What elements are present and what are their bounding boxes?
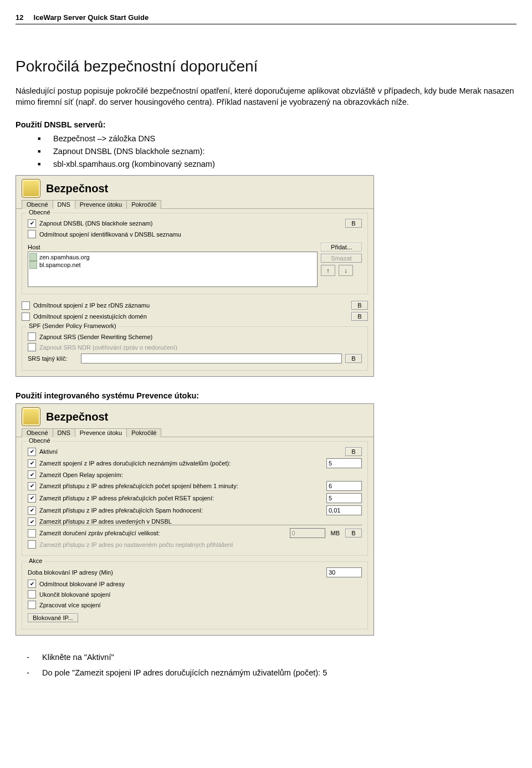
panel-titlebar: Bezpečnost xyxy=(16,176,374,199)
input-unknown-users[interactable]: 5 xyxy=(326,458,362,468)
checkbox-dnsbl[interactable] xyxy=(28,219,36,228)
group-spf: SPF (Sender Policy Framework) Zapnout SR… xyxy=(22,326,368,371)
dnsbl-list: Bezpečnost –> záložka DNS Zapnout DNSBL … xyxy=(16,132,516,171)
srs-key-label: SRS tajný klíč: xyxy=(28,355,78,362)
b-button[interactable]: B xyxy=(345,219,362,228)
group-obecne: Obecné Aktivní B Zamezit spojení z IP ad… xyxy=(22,441,368,556)
page-title: Pokročilá bezpečnostní doporučení xyxy=(16,58,516,75)
label-msg-size: Zamezit doručení zpráv překračující veli… xyxy=(39,530,287,536)
list-item[interactable]: bl.spamcop.net xyxy=(29,261,316,269)
label-nx-domain: Odmítnout spojení z neexistujících domén xyxy=(33,313,348,320)
checkbox-no-rdns[interactable] xyxy=(22,301,30,310)
list-item: sbl-xbl.spamhaus.org (kombinovaný seznam… xyxy=(38,158,516,171)
unit-mb: MB xyxy=(329,530,342,536)
tab-pokrocile[interactable]: Pokročilé xyxy=(126,428,161,437)
checkbox-spam-score[interactable] xyxy=(28,506,36,515)
host-column-header: Host xyxy=(28,244,47,250)
list-item[interactable]: zen.spamhaus.org xyxy=(29,253,316,261)
checkbox-aktivni[interactable] xyxy=(28,448,36,456)
label-multi-conn: Zpracovat více spojení xyxy=(39,602,362,608)
group-obecne: Obecné Zapnout DNSBL (DNS blackhole sezn… xyxy=(22,213,368,294)
group-legend: SPF (Sender Policy Framework) xyxy=(27,322,119,329)
checkbox-srs-ndr[interactable] xyxy=(28,343,36,351)
b-button[interactable]: B xyxy=(351,312,368,321)
checkbox-nx-domain[interactable] xyxy=(22,313,30,321)
label-rset: Zamezit přístupu z IP adress překračujíc… xyxy=(39,495,323,501)
list-item: Do pole "Zamezit spojeni IP adres doruču… xyxy=(27,665,516,681)
checkbox-reject-blocked[interactable] xyxy=(28,580,36,588)
label-spam-score: Zamezit přístupu z IP adres překračující… xyxy=(39,507,323,514)
label-srs: Zapnout SRS (Sender Rewriting Scheme) xyxy=(39,334,362,340)
tab-row: Obecné DNS Prevence útoku Pokročilé xyxy=(16,428,374,437)
host-name: bl.spamcop.net xyxy=(39,262,81,268)
move-down-button[interactable]: ↓ xyxy=(339,265,353,276)
label-invalid-logins: Zamezit přístupu z IP adres po nastavené… xyxy=(39,541,362,548)
checkbox-ip-in-dnsbl[interactable] xyxy=(28,518,36,526)
list-item: Bezpečnost –> záložka DNS xyxy=(38,132,516,145)
intro-paragraph: Následující postup popisuje pokročilé be… xyxy=(16,85,516,108)
label-reject-dnsbl: Odmítnout spojení identifikovaná v DNSBL… xyxy=(39,231,362,238)
tab-prevence[interactable]: Prevence útoku xyxy=(75,200,127,209)
add-button[interactable]: Přidat... xyxy=(321,243,362,252)
input-msg-size[interactable]: 0 xyxy=(290,528,325,538)
label-open-relay: Zamezit Open Relay spojením: xyxy=(39,472,362,478)
tab-dns[interactable]: DNS xyxy=(53,428,75,437)
checkbox-open-relay[interactable] xyxy=(28,470,36,479)
server-icon xyxy=(29,261,37,269)
checkbox-close-blocked[interactable] xyxy=(28,590,36,598)
panel-title: Bezpečnost xyxy=(46,182,108,195)
b-button[interactable]: B xyxy=(345,354,362,363)
label-ip-in-dnsbl: Zamezit přístupu z IP adres uvedených v … xyxy=(39,518,362,525)
move-up-button[interactable]: ↑ xyxy=(321,265,335,276)
label-dnsbl: Zapnout DNSBL (DNS blackhole seznam) xyxy=(39,220,342,227)
security-panel-dns: Bezpečnost Obecné DNS Prevence útoku Pok… xyxy=(16,175,374,377)
panel-titlebar: Bezpečnost xyxy=(16,404,374,427)
srs-key-input[interactable] xyxy=(81,354,342,363)
checkbox-rset[interactable] xyxy=(28,494,36,503)
footer-steps: Klikněte na "Aktivní" Do pole "Zamezit s… xyxy=(16,650,516,680)
label-close-blocked: Ukončit blokované spojení xyxy=(39,591,362,598)
checkbox-reject-dnsbl[interactable] xyxy=(28,230,36,238)
shield-icon xyxy=(22,407,40,426)
checkbox-srs[interactable] xyxy=(28,332,36,341)
label-reject-blocked: Odmítnout blokované IP adresy xyxy=(39,581,362,587)
tab-dns[interactable]: DNS xyxy=(53,200,75,209)
checkbox-conn-per-minute[interactable] xyxy=(28,482,36,490)
page-header: 12 IceWarp Server Quick Start Guide xyxy=(16,13,516,24)
b-button[interactable]: B xyxy=(345,529,362,537)
shield-icon xyxy=(22,179,40,198)
group-akce: Akce Doba blokování IP adresy (Min) 30 O… xyxy=(22,561,368,629)
tab-prevence[interactable]: Prevence útoku xyxy=(75,428,127,437)
input-rset[interactable]: 5 xyxy=(326,493,362,503)
input-block-duration[interactable]: 30 xyxy=(326,567,362,577)
dnsbl-host-list[interactable]: zen.spamhaus.org bl.spamcop.net xyxy=(28,252,318,287)
b-button[interactable]: B xyxy=(351,301,368,310)
panel-title: Bezpečnost xyxy=(46,411,108,423)
group-legend: Obecné xyxy=(27,437,53,444)
checkbox-multi-conn[interactable] xyxy=(28,601,36,609)
group-legend: Obecné xyxy=(27,209,53,216)
tab-obecne[interactable]: Obecné xyxy=(22,200,53,209)
dnsbl-heading: Použití DNSBL serverů: xyxy=(16,120,516,129)
checkbox-invalid-logins[interactable] xyxy=(28,540,36,549)
prevence-heading: Použití integrovaného systému Prevence ú… xyxy=(16,391,516,400)
input-spam-score[interactable]: 0,01 xyxy=(326,505,362,515)
input-conn-per-minute[interactable]: 6 xyxy=(326,481,362,491)
tab-row: Obecné DNS Prevence útoku Pokročilé xyxy=(16,199,374,209)
list-item: Klikněte na "Aktivní" xyxy=(27,650,516,665)
doc-title: IceWarp Server Quick Start Guide xyxy=(34,13,149,22)
b-button[interactable]: B xyxy=(345,447,362,456)
label-block-duration: Doba blokování IP adresy (Min) xyxy=(28,569,323,576)
checkbox-msg-size[interactable] xyxy=(28,529,36,537)
page-number: 12 xyxy=(16,13,23,22)
tab-obecne[interactable]: Obecné xyxy=(22,428,53,437)
tab-pokrocile[interactable]: Pokročilé xyxy=(126,200,161,209)
label-unknown-users: Zamezit spojení z IP adres doručujících … xyxy=(39,460,323,467)
group-legend: Akce xyxy=(27,557,44,564)
server-icon xyxy=(29,253,37,261)
label-aktivni: Aktivní xyxy=(39,448,342,455)
label-conn-per-minute: Zamezit přístupu z IP adres překračující… xyxy=(39,483,323,489)
blocked-ip-button[interactable]: Blokované IP... xyxy=(28,613,78,622)
delete-button[interactable]: Smazat xyxy=(321,254,362,263)
checkbox-unknown-users[interactable] xyxy=(28,459,36,468)
